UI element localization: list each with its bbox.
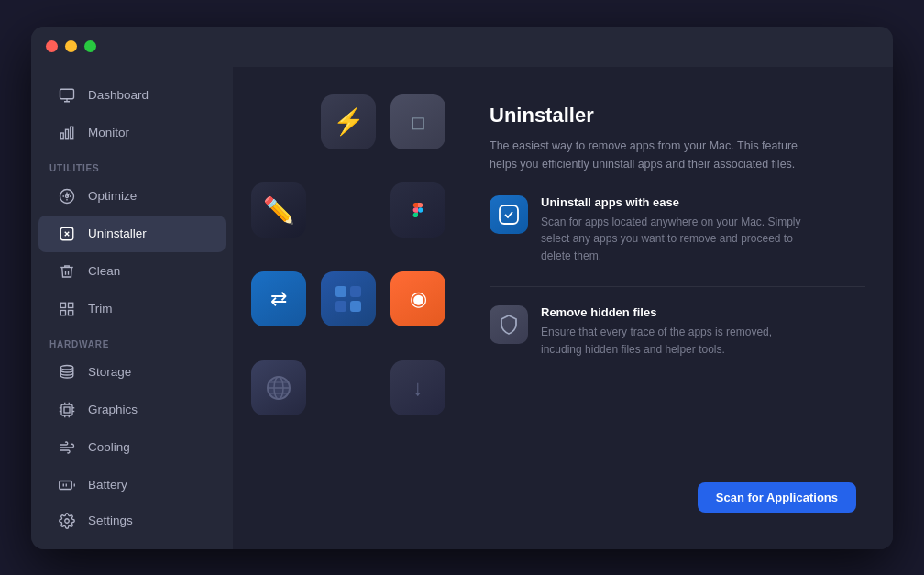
sidebar-item-graphics[interactable]: Graphics (38, 392, 226, 428)
grid-icon (57, 299, 77, 319)
sidebar-item-label: Storage (88, 365, 131, 379)
feature-text-uninstall: Uninstall apps with ease Scan for apps l… (541, 195, 816, 265)
app-icon-globe[interactable] (251, 360, 306, 415)
utilities-section-header: Utilities (31, 152, 233, 177)
sidebar-item-uninstaller[interactable]: Uninstaller (38, 216, 226, 252)
sidebar-item-settings[interactable]: Settings (38, 503, 226, 539)
app-grid: ⚡ ◻ ✏️ (251, 85, 453, 531)
uninstaller-description: The easiest way to remove apps from your… (490, 137, 801, 173)
trash-icon (57, 261, 77, 282)
svg-rect-31 (350, 301, 361, 312)
svg-rect-4 (66, 129, 69, 139)
sidebar-item-monitor[interactable]: Monitor (38, 115, 226, 151)
sidebar-item-label: Battery (88, 478, 127, 492)
app-icon-blue-arrows[interactable]: ⇄ (251, 271, 306, 326)
cpu-icon (57, 400, 77, 420)
sidebar-item-label: Trim (88, 302, 113, 315)
feature-desc-hidden: Ensure that every trace of the apps is r… (541, 324, 816, 358)
wind-icon (57, 437, 77, 458)
sidebar-item-label: Optimize (88, 189, 137, 203)
sidebar-item-dashboard[interactable]: Dashboard (38, 77, 226, 114)
minimize-button[interactable] (65, 40, 77, 52)
sidebar-item-trim[interactable]: Trim (38, 291, 226, 327)
svg-rect-3 (60, 133, 63, 139)
app-icon-figma[interactable] (390, 182, 446, 238)
sidebar-item-label: Graphics (88, 403, 138, 416)
maximize-button[interactable] (84, 40, 96, 52)
app-icon-dark-arrow[interactable]: ↓ (390, 360, 446, 415)
divider (490, 286, 865, 287)
svg-point-27 (65, 518, 70, 523)
feature-text-hidden: Remove hidden files Ensure that every tr… (541, 305, 816, 358)
svg-rect-11 (69, 310, 73, 315)
bottom-bar: Scan for Applications (490, 482, 865, 522)
uninstaller-title: Uninstaller (490, 104, 865, 127)
sidebar-item-label: Dashboard (88, 88, 148, 102)
hardware-section-header: Hardware (31, 328, 233, 353)
sidebar-item-label: Clean (88, 264, 120, 278)
sidebar-item-cooling[interactable]: Cooling (38, 429, 226, 466)
main-window: Dashboard Monitor Utilities (31, 27, 893, 549)
svg-rect-0 (60, 89, 74, 99)
sidebar-item-label: Uninstaller (88, 227, 147, 240)
shield-icon (490, 305, 528, 344)
app-icon-orange[interactable]: ◉ (390, 271, 446, 326)
sidebar-content: Dashboard Monitor Utilities (31, 67, 233, 502)
svg-rect-37 (500, 205, 518, 224)
close-button[interactable] (46, 40, 58, 52)
titlebar (31, 27, 893, 67)
info-panel: Uninstaller The easiest way to remove ap… (471, 85, 874, 531)
svg-rect-10 (60, 310, 65, 315)
sidebar-item-label: Settings (88, 514, 133, 527)
sidebar-item-clean[interactable]: Clean (38, 253, 226, 290)
sidebar-item-optimize[interactable]: Optimize (38, 178, 226, 215)
feature-title-hidden: Remove hidden files (541, 305, 816, 319)
scan-applications-button[interactable]: Scan for Applications (698, 482, 856, 513)
main-content-area: ⚡ ◻ ✏️ (233, 27, 893, 549)
battery-icon (57, 475, 77, 495)
sidebar-item-battery[interactable]: Battery (38, 467, 226, 502)
svg-rect-9 (69, 303, 73, 307)
svg-rect-29 (350, 286, 361, 297)
app-icon-pattern[interactable] (321, 271, 376, 326)
sidebar-item-storage[interactable]: Storage (38, 354, 226, 391)
svg-rect-28 (336, 286, 346, 297)
main-content: ⚡ ◻ ✏️ (233, 67, 893, 549)
app-icon-pencil[interactable]: ✏️ (251, 182, 306, 238)
feature-title-uninstall: Uninstall apps with ease (541, 195, 816, 209)
app-store-icon (490, 195, 528, 234)
database-icon (57, 362, 77, 382)
svg-point-12 (60, 365, 73, 370)
feature-hidden-files: Remove hidden files Ensure that every tr… (490, 305, 865, 358)
monitor-icon (57, 85, 77, 105)
sidebar-item-label: Monitor (88, 126, 129, 139)
bar-chart-icon (57, 123, 77, 143)
feature-uninstall-ease: Uninstall apps with ease Scan for apps l… (490, 195, 865, 265)
app-x-icon (57, 224, 77, 244)
svg-rect-14 (64, 407, 70, 413)
svg-rect-8 (60, 303, 65, 307)
feature-desc-uninstall: Scan for apps located anywhere on your M… (541, 214, 816, 265)
app-icon-gray[interactable]: ◻ (390, 94, 446, 149)
sidebar: Dashboard Monitor Utilities (31, 27, 233, 549)
svg-rect-30 (336, 301, 346, 312)
svg-rect-23 (60, 481, 72, 489)
svg-rect-13 (61, 404, 72, 415)
svg-rect-5 (71, 127, 73, 139)
sidebar-item-label: Cooling (88, 440, 130, 454)
app-icon-thunderbolt[interactable]: ⚡ (321, 94, 376, 149)
gear-icon (57, 511, 77, 531)
gauge-icon (57, 186, 77, 206)
